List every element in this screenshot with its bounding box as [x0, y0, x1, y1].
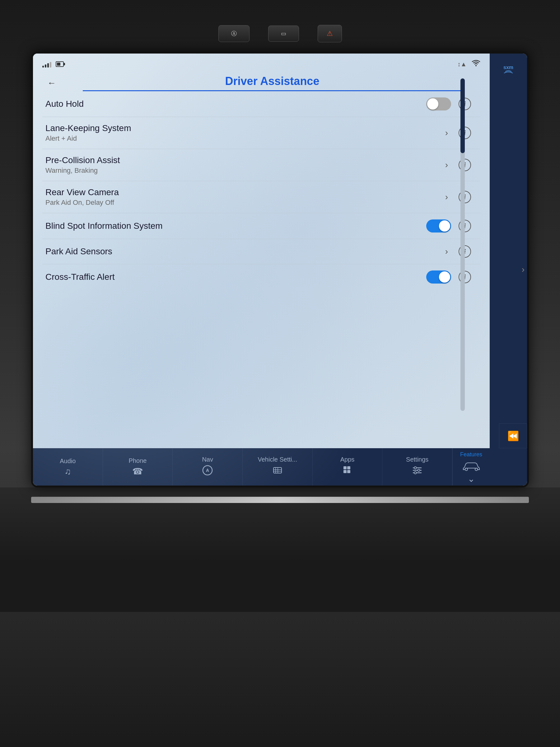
- status-bar: ↕▲: [33, 54, 490, 72]
- signal-bar-1: [42, 66, 44, 68]
- signal-bars: [42, 61, 51, 68]
- bottom-trim: [31, 497, 529, 503]
- a-icon: Ⓐ: [231, 30, 237, 37]
- svg-text:sxm: sxm: [503, 65, 513, 70]
- skip-back-icon: ⏪: [507, 431, 519, 441]
- svg-point-18: [465, 468, 468, 471]
- setting-row-park-aid[interactable]: Park Aid Sensors › i: [42, 239, 480, 264]
- phys-btn-warning[interactable]: ⚠: [318, 25, 342, 42]
- blind-spot-labels: Blind Spot Information System: [46, 221, 426, 231]
- title-area: ← Driver Assistance: [33, 72, 490, 91]
- nav-item-vehicle[interactable]: Vehicle Setti...: [243, 448, 313, 486]
- nav-phone-icon: ☎: [132, 466, 143, 476]
- rear-view-sublabel: Park Aid On, Delay Off: [46, 199, 442, 207]
- signal-bar-2: [45, 65, 46, 68]
- svg-rect-11: [347, 470, 350, 473]
- rear-view-labels: Rear View Camera Park Aid On, Delay Off: [46, 187, 442, 207]
- data-signal-icon: ↕▲: [457, 61, 466, 68]
- blind-spot-toggle[interactable]: [426, 220, 451, 232]
- features-car-icon: [462, 460, 481, 474]
- setting-row-auto-hold[interactable]: Auto Hold i: [42, 91, 480, 117]
- screen-main: ↕▲ ←: [33, 54, 490, 486]
- auto-hold-toggle-knob: [427, 98, 438, 109]
- signal-bar-3: [47, 63, 49, 68]
- right-panel: sxm › ⏪: [490, 54, 527, 486]
- pre-collision-label: Pre-Collision Assist: [46, 155, 442, 165]
- lane-keeping-control: › i: [442, 127, 471, 139]
- page-title: Driver Assistance: [83, 75, 462, 91]
- setting-row-pre-collision[interactable]: Pre-Collision Assist Warning, Braking › …: [42, 149, 480, 181]
- setting-row-cross-traffic[interactable]: Cross-Traffic Alert i: [42, 264, 480, 290]
- auto-hold-labels: Auto Hold: [46, 99, 426, 109]
- setting-row-rear-view[interactable]: Rear View Camera Park Aid On, Delay Off …: [42, 181, 480, 213]
- park-aid-label: Park Aid Sensors: [46, 247, 442, 256]
- features-label: Features: [460, 451, 482, 458]
- status-right: ↕▲: [457, 60, 480, 69]
- nav-item-phone[interactable]: Phone ☎: [103, 448, 173, 486]
- nav-audio-icon: ♫: [64, 467, 71, 476]
- cross-traffic-labels: Cross-Traffic Alert: [46, 272, 426, 282]
- nav-phone-label: Phone: [129, 457, 147, 464]
- phys-btn-a[interactable]: Ⓐ: [218, 25, 249, 42]
- park-aid-labels: Park Aid Sensors: [46, 247, 442, 256]
- screen-icon: ▭: [281, 30, 286, 37]
- setting-row-lane-keeping[interactable]: Lane-Keeping System Alert + Aid › i: [42, 117, 480, 149]
- svg-text:A: A: [206, 468, 209, 473]
- pre-collision-chevron[interactable]: ›: [442, 160, 451, 170]
- battery-icon: [56, 61, 64, 67]
- physical-buttons: Ⓐ ▭ ⚠: [218, 25, 342, 42]
- cross-traffic-toggle-knob: [439, 272, 450, 283]
- right-chevron-btn[interactable]: ›: [519, 258, 527, 281]
- nav-apps-label: Apps: [340, 456, 355, 463]
- features-down-chevron[interactable]: ⌄: [468, 474, 475, 484]
- svg-point-16: [418, 469, 420, 471]
- nav-item-apps[interactable]: Apps: [313, 448, 383, 486]
- pre-collision-control: › i: [442, 159, 471, 171]
- park-aid-chevron[interactable]: ›: [442, 247, 451, 256]
- auto-hold-label: Auto Hold: [46, 99, 426, 109]
- sxm-label: sxm: [496, 60, 521, 83]
- infotainment-screen: ↕▲ ←: [31, 52, 529, 487]
- lane-keeping-label: Lane-Keeping System: [46, 123, 442, 133]
- auto-hold-toggle[interactable]: [426, 97, 451, 110]
- nav-settings-label: Settings: [406, 456, 428, 463]
- settings-list: Auto Hold i Lane-Keeping System: [33, 91, 490, 448]
- phys-btn-screen[interactable]: ▭: [268, 26, 299, 42]
- right-chevron-icon: ›: [522, 264, 525, 274]
- nav-audio-label: Audio: [60, 458, 76, 465]
- features-tab[interactable]: Features ⌄: [452, 448, 490, 486]
- back-button[interactable]: ←: [42, 76, 61, 91]
- svg-point-19: [475, 468, 478, 471]
- blind-spot-toggle-knob: [439, 221, 450, 232]
- nav-item-nav[interactable]: Nav A: [173, 448, 243, 486]
- car-bezel: Ⓐ ▭ ⚠: [0, 0, 560, 747]
- rear-view-control: › i: [442, 191, 471, 203]
- scroll-track[interactable]: [460, 78, 465, 411]
- skip-back-btn[interactable]: ⏪: [499, 423, 527, 448]
- scroll-thumb[interactable]: [460, 78, 465, 153]
- nav-item-audio[interactable]: Audio ♫: [33, 448, 103, 486]
- lane-keeping-chevron[interactable]: ›: [442, 128, 451, 138]
- nav-item-settings[interactable]: Settings: [382, 448, 452, 486]
- svg-point-15: [415, 467, 417, 469]
- park-aid-control: › i: [442, 245, 471, 258]
- blind-spot-label: Blind Spot Information System: [46, 221, 426, 231]
- setting-row-blind-spot[interactable]: Blind Spot Information System i: [42, 213, 480, 239]
- rear-view-chevron[interactable]: ›: [442, 192, 451, 202]
- warning-icon: ⚠: [327, 30, 333, 37]
- svg-point-0: [475, 65, 477, 66]
- battery-fill: [57, 62, 60, 66]
- wifi-icon: [472, 60, 480, 69]
- bottom-bezel: [0, 487, 560, 612]
- screen-content: ↕▲ ←: [33, 54, 490, 448]
- rear-view-label: Rear View Camera: [46, 187, 442, 197]
- svg-rect-9: [347, 466, 350, 469]
- lane-keeping-labels: Lane-Keeping System Alert + Aid: [46, 123, 442, 143]
- pre-collision-labels: Pre-Collision Assist Warning, Braking: [46, 155, 442, 175]
- nav-settings-icon: [412, 465, 423, 478]
- signal-bar-4: [50, 62, 51, 68]
- svg-rect-3: [273, 467, 282, 473]
- nav-vehicle-label: Vehicle Setti...: [258, 456, 297, 463]
- nav-apps-icon: [342, 465, 353, 478]
- cross-traffic-toggle[interactable]: [426, 271, 451, 284]
